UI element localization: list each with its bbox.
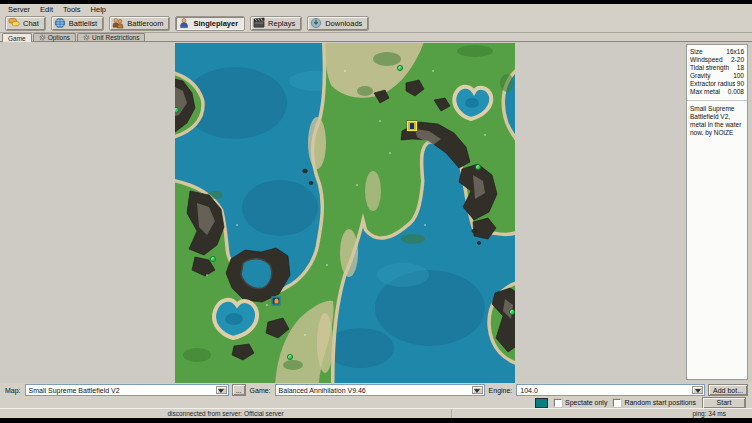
- tab-label: Downloads: [325, 19, 362, 28]
- marker-start[interactable]: [397, 65, 403, 71]
- subtab-label: Unit Restrictions: [92, 34, 139, 41]
- info-value: 0.008: [728, 88, 744, 96]
- subtab-unit-restrictions[interactable]: Unit Restrictions: [77, 33, 145, 41]
- client-area: Server Edit Tools Help Chat: [0, 4, 752, 418]
- menu-help[interactable]: Help: [86, 5, 111, 14]
- tab-chat[interactable]: Chat: [5, 16, 46, 31]
- map-description: Small Supreme Battlefield V2, metal in t…: [687, 101, 747, 141]
- tab-downloads[interactable]: Downloads: [307, 16, 369, 31]
- game-label: Game:: [249, 387, 272, 394]
- map-info-row: Gravity 100: [690, 72, 744, 80]
- subtab-label: Options: [48, 34, 70, 41]
- chevron-down-icon: [216, 386, 227, 394]
- info-value: 2-20: [731, 56, 744, 64]
- info-label: Max metal: [690, 88, 726, 96]
- globe-icon: [54, 17, 66, 29]
- singleplayer-icon: [178, 17, 190, 29]
- player-glyph-icon: [410, 123, 414, 129]
- battleroom-icon: [112, 17, 124, 29]
- tab-replays[interactable]: Replays: [250, 16, 302, 31]
- menu-tools[interactable]: Tools: [58, 5, 86, 14]
- tab-label: Singleplayer: [193, 19, 238, 28]
- map-label: Map:: [4, 387, 22, 394]
- subtab-label: Game: [8, 35, 26, 42]
- start-button[interactable]: Start: [702, 397, 746, 409]
- map-info-row: Extractor radius 90: [690, 80, 744, 88]
- bot-glyph-icon: [274, 299, 278, 304]
- chevron-down-icon: [692, 386, 703, 394]
- random-start-option: Random start positions: [613, 399, 696, 407]
- tab-label: Battlelist: [69, 19, 97, 28]
- map-preview[interactable]: [175, 43, 515, 383]
- subtab-game[interactable]: Game: [2, 33, 32, 42]
- info-label: Windspeed: [690, 56, 729, 64]
- info-label: Size: [690, 48, 724, 56]
- tab-battlelist[interactable]: Battlelist: [51, 16, 104, 31]
- sub-tab-bar: Game Options Unit Restrictions: [0, 33, 752, 42]
- menu-edit[interactable]: Edit: [35, 5, 58, 14]
- map-info-row: Windspeed 2-20: [690, 56, 744, 64]
- main-tab-bar: Chat Battlelist Battleroom: [0, 14, 752, 33]
- spectate-checkbox[interactable]: [554, 399, 562, 407]
- game-tab-content: Size 16x16 Windspeed 2-20 Tidal strength…: [0, 42, 752, 383]
- spectate-label: Spectate only: [565, 399, 607, 406]
- engine-select-value: 104.0: [520, 387, 538, 394]
- tab-label: Battleroom: [127, 19, 163, 28]
- subtab-options[interactable]: Options: [33, 33, 76, 41]
- random-start-checkbox[interactable]: [613, 399, 621, 407]
- info-value: 90: [737, 80, 744, 88]
- map-markers: [175, 43, 515, 383]
- lobby-window: Server Edit Tools Help Chat: [0, 0, 752, 423]
- map-info-table: Size 16x16 Windspeed 2-20 Tidal strength…: [687, 45, 747, 101]
- marker-start[interactable]: [509, 309, 515, 315]
- map-info-row: Max metal 0.008: [690, 88, 744, 96]
- engine-label: Engine:: [488, 387, 514, 394]
- info-value: 16x16: [726, 48, 744, 56]
- selector-row: Map: Small Supreme Battlefield V2 ... Ga…: [0, 383, 752, 397]
- info-label: Extractor radius: [690, 80, 735, 88]
- info-value: 100: [733, 72, 744, 80]
- ping-label: ping: 34 ms: [452, 410, 752, 417]
- letterbox-bottom: [0, 418, 752, 423]
- info-label: Tidal strength: [690, 64, 735, 72]
- map-info-row: Size 16x16: [690, 48, 744, 56]
- status-message: disconnected from server: Official serve…: [0, 409, 452, 418]
- chevron-down-icon: [472, 386, 483, 394]
- status-bar: disconnected from server: Official serve…: [0, 408, 752, 418]
- map-select-value: Small Supreme Battlefield V2: [29, 387, 120, 394]
- marker-start[interactable]: [175, 107, 179, 113]
- info-value: 18: [737, 64, 744, 72]
- downloads-icon: [310, 17, 322, 29]
- menu-bar: Server Edit Tools Help: [0, 4, 752, 14]
- spectate-option: Spectate only: [554, 399, 607, 407]
- team-color-button[interactable]: [535, 398, 548, 408]
- replays-icon: [253, 17, 265, 29]
- info-label: Gravity: [690, 72, 731, 80]
- map-browse-button[interactable]: ...: [232, 384, 246, 396]
- tab-singleplayer[interactable]: Singleplayer: [175, 16, 245, 31]
- gear-icon: [39, 34, 46, 41]
- start-options-row: Spectate only Random start positions Sta…: [535, 397, 746, 408]
- game-select-value: Balanced Annihilation V9.46: [279, 387, 366, 394]
- tab-label: Chat: [23, 19, 39, 28]
- map-info-row: Tidal strength 18: [690, 64, 744, 72]
- chat-icon: [8, 17, 20, 29]
- add-bot-button[interactable]: Add bot...: [708, 384, 748, 396]
- map-info-panel: Size 16x16 Windspeed 2-20 Tidal strength…: [686, 44, 748, 380]
- marker-bot[interactable]: [272, 297, 281, 306]
- tab-label: Replays: [268, 19, 295, 28]
- game-select[interactable]: Balanced Annihilation V9.46: [275, 384, 485, 396]
- random-start-label: Random start positions: [624, 399, 696, 406]
- marker-start[interactable]: [210, 256, 216, 262]
- engine-select[interactable]: 104.0: [516, 384, 705, 396]
- marker-start[interactable]: [287, 354, 293, 360]
- marker-player[interactable]: [407, 121, 417, 131]
- marker-start[interactable]: [475, 164, 481, 170]
- menu-server[interactable]: Server: [3, 5, 35, 14]
- gear-icon: [83, 34, 90, 41]
- tab-battleroom[interactable]: Battleroom: [109, 16, 170, 31]
- map-select[interactable]: Small Supreme Battlefield V2: [25, 384, 229, 396]
